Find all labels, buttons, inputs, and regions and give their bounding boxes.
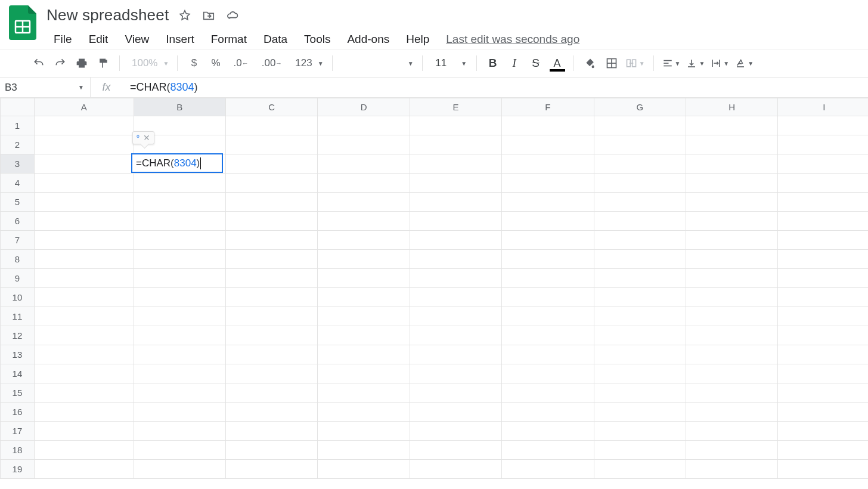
cell-D17[interactable]	[318, 422, 410, 441]
cell-H16[interactable]	[686, 403, 778, 422]
col-header-A[interactable]: A	[34, 98, 134, 116]
cell-A14[interactable]	[34, 364, 134, 383]
sheets-logo[interactable]	[5, 5, 41, 41]
col-header-F[interactable]: F	[502, 98, 594, 116]
cell-I9[interactable]	[778, 269, 868, 288]
cell-E12[interactable]	[410, 326, 501, 345]
cell-A6[interactable]	[34, 212, 134, 231]
cell-B12[interactable]	[134, 326, 225, 345]
cell-C12[interactable]	[225, 326, 317, 345]
cell-C4[interactable]	[225, 174, 317, 193]
cell-F7[interactable]	[502, 231, 594, 250]
cell-E2[interactable]	[410, 135, 501, 154]
cell-I3[interactable]	[778, 154, 868, 174]
row-header-19[interactable]: 19	[1, 460, 35, 479]
col-header-C[interactable]: C	[225, 98, 317, 116]
cell-H10[interactable]	[686, 288, 778, 307]
cell-A9[interactable]	[34, 269, 134, 288]
cell-I4[interactable]	[778, 174, 868, 193]
cell-D10[interactable]	[318, 288, 410, 307]
cell-A1[interactable]	[34, 116, 134, 135]
cell-C1[interactable]	[225, 116, 317, 135]
cloud-status-icon[interactable]	[225, 8, 240, 23]
cell-F4[interactable]	[502, 174, 594, 193]
cell-C9[interactable]	[225, 269, 317, 288]
col-header-E[interactable]: E	[410, 98, 501, 116]
cell-A19[interactable]	[34, 460, 134, 479]
cell-F8[interactable]	[502, 250, 594, 269]
row-header-3[interactable]: 3	[1, 154, 35, 174]
cell-D15[interactable]	[318, 383, 410, 403]
bold-button[interactable]: B	[483, 53, 503, 73]
cell-E3[interactable]	[410, 154, 501, 174]
cell-F18[interactable]	[502, 441, 594, 460]
text-rotation-button[interactable]: ▼	[733, 53, 756, 73]
cell-E13[interactable]	[410, 345, 501, 364]
menu-format[interactable]: Format	[204, 30, 254, 48]
zoom-dropdown[interactable]: 100%▼	[126, 53, 171, 73]
cell-C16[interactable]	[225, 403, 317, 422]
cell-C15[interactable]	[225, 383, 317, 403]
cell-D13[interactable]	[318, 345, 410, 364]
cell-B15[interactable]	[134, 383, 225, 403]
menu-data[interactable]: Data	[256, 30, 294, 48]
cell-H14[interactable]	[686, 364, 778, 383]
cell-E9[interactable]	[410, 269, 501, 288]
cell-E1[interactable]	[410, 116, 501, 135]
cell-H1[interactable]	[686, 116, 778, 135]
cell-G8[interactable]	[594, 250, 686, 269]
cell-I15[interactable]	[778, 383, 868, 403]
cell-H4[interactable]	[686, 174, 778, 193]
paint-format-button[interactable]	[93, 53, 113, 73]
cell-D2[interactable]	[318, 135, 410, 154]
cell-I18[interactable]	[778, 441, 868, 460]
cell-G2[interactable]	[594, 135, 686, 154]
select-all-corner[interactable]	[1, 98, 35, 116]
undo-button[interactable]	[29, 53, 49, 73]
cell-G10[interactable]	[594, 288, 686, 307]
cell-D12[interactable]	[318, 326, 410, 345]
cell-E5[interactable]	[410, 193, 501, 212]
cell-I10[interactable]	[778, 288, 868, 307]
cell-D4[interactable]	[318, 174, 410, 193]
cell-F14[interactable]	[502, 364, 594, 383]
cell-F19[interactable]	[502, 460, 594, 479]
cell-H3[interactable]	[686, 154, 778, 174]
menu-insert[interactable]: Insert	[159, 30, 202, 48]
cell-A7[interactable]	[34, 231, 134, 250]
menu-view[interactable]: View	[117, 30, 156, 48]
cell-C10[interactable]	[225, 288, 317, 307]
horizontal-align-button[interactable]: ▼	[660, 53, 683, 73]
cell-E19[interactable]	[410, 460, 501, 479]
cell-B17[interactable]	[134, 422, 225, 441]
cell-G19[interactable]	[594, 460, 686, 479]
cell-I2[interactable]	[778, 135, 868, 154]
cell-F11[interactable]	[502, 307, 594, 326]
spreadsheet-grid[interactable]: A B C D E F G H I 1234567891011121314151…	[0, 98, 868, 479]
cell-C3[interactable]	[225, 154, 317, 174]
row-header-17[interactable]: 17	[1, 422, 35, 441]
vertical-align-button[interactable]: ▼	[684, 53, 707, 73]
cell-F12[interactable]	[502, 326, 594, 345]
cell-F3[interactable]	[502, 154, 594, 174]
cell-E7[interactable]	[410, 231, 501, 250]
row-header-8[interactable]: 8	[1, 250, 35, 269]
col-header-G[interactable]: G	[594, 98, 686, 116]
cell-E11[interactable]	[410, 307, 501, 326]
percent-button[interactable]: %	[205, 53, 226, 73]
cell-F2[interactable]	[502, 135, 594, 154]
active-cell-editor[interactable]: = CHAR ( 8304 )	[131, 153, 223, 173]
row-header-2[interactable]: 2	[1, 135, 35, 154]
document-title[interactable]: New spreadsheet	[46, 6, 169, 24]
cell-D9[interactable]	[318, 269, 410, 288]
cell-G15[interactable]	[594, 383, 686, 403]
cell-C8[interactable]	[225, 250, 317, 269]
cell-E10[interactable]	[410, 288, 501, 307]
currency-button[interactable]: $	[184, 53, 204, 73]
cell-A12[interactable]	[34, 326, 134, 345]
cell-H11[interactable]	[686, 307, 778, 326]
cell-D19[interactable]	[318, 460, 410, 479]
cell-H9[interactable]	[686, 269, 778, 288]
cell-H17[interactable]	[686, 422, 778, 441]
menu-edit[interactable]: Edit	[82, 30, 116, 48]
